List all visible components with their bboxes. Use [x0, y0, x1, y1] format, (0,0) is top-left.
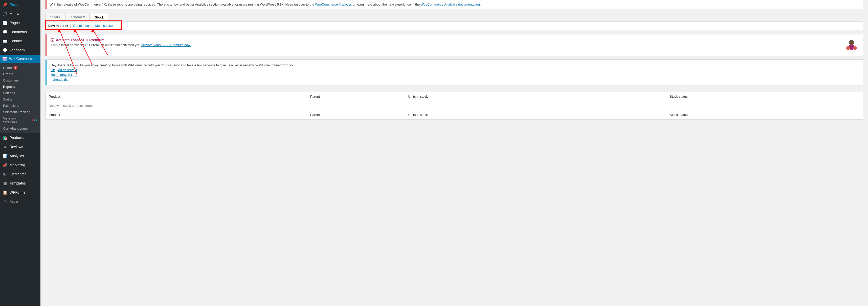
tab-customers[interactable]: Customers — [65, 13, 90, 21]
filter-most-stocked[interactable]: Most stocked — [95, 24, 115, 28]
comment-icon: 💬 — [3, 29, 8, 34]
col-parent[interactable]: Parent — [307, 92, 405, 101]
svg-point-7 — [849, 40, 854, 45]
menu-posts[interactable]: 📌Posts — [0, 0, 40, 9]
table-footer-row: Product Parent Units in stock Stock stat… — [46, 110, 863, 119]
menu-products[interactable]: 🛍️Products — [0, 133, 40, 142]
report-tabs: Orders Customers Stock — [45, 13, 863, 21]
submenu-reports[interactable]: Reports — [0, 84, 40, 90]
page-icon: 📄 — [3, 20, 8, 25]
menu-comments[interactable]: 💬Comments — [0, 27, 40, 36]
fcol-status: Stock status — [667, 110, 863, 119]
feedback-icon: 🗨️ — [3, 48, 8, 53]
submenu-orders[interactable]: Orders — [0, 71, 40, 77]
svg-point-10 — [853, 46, 857, 50]
table-empty-row: No low in stock products found. — [46, 101, 863, 110]
yoast-title: Y Activate Yoast SEO Premium! — [51, 38, 191, 42]
menu-wpforms[interactable]: 📋WPForms — [0, 188, 40, 197]
astra-icon: ⬡ — [3, 199, 8, 204]
col-units[interactable]: Units in stock — [405, 92, 667, 101]
submenu-variation-swatches[interactable]: Variation Swatches — [0, 115, 40, 125]
content-area: With the release of WooCommerce 4.0, the… — [40, 0, 868, 306]
table-header-row: Product Parent Units in stock Stock stat… — [46, 92, 863, 101]
tab-stock[interactable]: Stock — [91, 13, 108, 22]
menu-reviews[interactable]: ★Reviews — [0, 142, 40, 151]
menu-woocommerce[interactable]: woo WooCommerce — [0, 55, 40, 63]
wpforms-message: Hey, there! It looks like you enjoy crea… — [51, 63, 859, 67]
submenu-home[interactable]: Home2 — [0, 64, 40, 71]
menu-contact[interactable]: ✉️Contact — [0, 36, 40, 46]
analytics-icon: 📊 — [3, 154, 8, 159]
templates-icon: ▦ — [3, 181, 8, 186]
link-analytics[interactable]: WooCommerce Analytics — [315, 3, 352, 6]
submenu-cart-abandonment[interactable]: Cart Abandonment — [0, 125, 40, 132]
submenu-status[interactable]: Status — [0, 96, 40, 103]
submenu-shipment-tracking[interactable]: Shipment Tracking — [0, 109, 40, 115]
yoast-message: You've installed Yoast SEO Premium but i… — [51, 43, 191, 47]
marketing-icon: 📣 — [3, 163, 8, 168]
mail-icon: ✉️ — [3, 38, 8, 44]
woocommerce-submenu: Home2 Orders Customers Reports Settings … — [0, 63, 40, 133]
swatch-icon — [32, 119, 37, 121]
menu-templates[interactable]: ▦Templates — [0, 179, 40, 188]
submenu-extensions[interactable]: Extensions — [0, 103, 40, 109]
fcol-units: Units in stock — [405, 110, 667, 119]
menu-pages[interactable]: 📄Pages — [0, 18, 40, 27]
star-icon: ★ — [3, 144, 8, 149]
admin-sidebar: 📌Posts 🎵Media 📄Pages 💬Comments ✉️Contact… — [0, 0, 40, 306]
link-analytics-docs[interactable]: WooCommerce Analytics documentation — [421, 3, 480, 6]
stock-table: Product Parent Units in stock Stock stat… — [45, 92, 863, 119]
wpforms-notice: Hey, there! It looks like you enjoy crea… — [45, 59, 863, 85]
woocommerce-icon: woo — [3, 57, 7, 60]
menu-elementor[interactable]: ⒺElementor — [0, 170, 40, 179]
wpforms-link-later[interactable]: Nope, maybe later — [51, 73, 78, 77]
elementor-icon: Ⓔ — [3, 172, 8, 177]
menu-marketing[interactable]: 📣Marketing — [0, 161, 40, 170]
submenu-settings[interactable]: Settings — [0, 90, 40, 96]
media-icon: 🎵 — [3, 11, 8, 16]
deprecation-notice: With the release of WooCommerce 4.0, the… — [45, 0, 863, 9]
yoast-mascot-icon — [844, 38, 859, 52]
svg-point-9 — [846, 46, 850, 50]
submenu-customers[interactable]: Customers — [0, 77, 40, 84]
wpforms-link-ok[interactable]: Ok, you deserve it — [51, 68, 77, 72]
home-badge: 2 — [13, 65, 18, 69]
tab-orders[interactable]: Orders — [45, 13, 64, 21]
col-status[interactable]: Stock status — [667, 92, 863, 101]
wpforms-link-done[interactable]: I already did — [51, 78, 68, 82]
fcol-product: Product — [46, 110, 307, 119]
pin-icon: 📌 — [3, 2, 8, 7]
filter-out-of-stock[interactable]: Out of stock — [73, 24, 90, 28]
yoast-activate-link[interactable]: Activate Yoast SEO Premium now! — [141, 43, 191, 47]
table-empty-message: No low in stock products found. — [46, 101, 863, 110]
yoast-badge-icon: Y — [51, 38, 54, 42]
menu-feedback[interactable]: 🗨️Feedback — [0, 46, 40, 55]
forms-icon: 📋 — [3, 190, 8, 195]
products-icon: 🛍️ — [3, 135, 8, 140]
stock-filter-bar: Low in stock | Out of stock | Most stock… — [45, 21, 863, 30]
yoast-notice: Y Activate Yoast SEO Premium! You've ins… — [45, 34, 863, 56]
svg-rect-8 — [849, 45, 854, 50]
filter-low-in-stock[interactable]: Low in stock — [48, 24, 68, 28]
menu-media[interactable]: 🎵Media — [0, 9, 40, 18]
fcol-parent: Parent — [307, 110, 405, 119]
menu-astra[interactable]: ⬡Astra — [0, 197, 40, 206]
col-product[interactable]: Product — [46, 92, 307, 101]
menu-analytics[interactable]: 📊Analytics — [0, 151, 40, 161]
